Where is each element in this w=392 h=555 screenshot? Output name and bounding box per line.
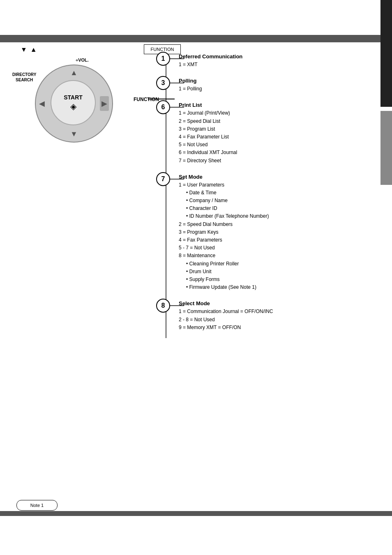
menu-item-6: 6 Print List 1 = Journal (Print/View) 2 …	[156, 102, 374, 164]
menu-sub-7: 1 = User Parameters • Date & Time • Comp…	[179, 181, 374, 292]
menu-title-7: Set Mode	[179, 174, 374, 180]
arrow-symbols: ▼ ▲	[21, 46, 37, 53]
menu-item-1: 1 Deferred Communication 1 = XMT	[156, 53, 374, 69]
nav-circle-container: ▲ ▼ ◀ ▶ START ◈	[35, 64, 117, 147]
menu-num-circle-8: 8	[156, 299, 170, 313]
vol-label: ÷VOL.	[25, 58, 140, 62]
nav-circle-inner: START ◈	[51, 80, 96, 125]
top-bar	[0, 35, 392, 42]
h-line-3	[170, 83, 184, 83]
menu-sub-1: 1 = XMT	[179, 61, 374, 69]
diagram-area: 1 Deferred Communication 1 = XMT 3 Polli…	[156, 53, 374, 341]
menu-sub-6: 1 = Journal (Print/View) 2 = Speed Dial …	[179, 109, 374, 164]
menu-sub-8: 1 = Communication Journal = OFF/ON/INC 2…	[179, 308, 374, 332]
nav-up-arrow[interactable]: ▲	[70, 69, 78, 77]
h-line-1	[170, 58, 184, 59]
menu-title-1: Deferred Communication	[179, 53, 374, 60]
menu-item-8: 8 Select Mode 1 = Communication Journal …	[156, 300, 374, 332]
nav-left-arrow[interactable]: ◀	[39, 99, 45, 108]
device-area: ÷VOL. ▲ ▼ ◀ ▶ START ◈	[12, 58, 140, 147]
down-arrow-symbol: ▼	[21, 46, 27, 53]
function-side-label: FUNCTION	[134, 97, 159, 102]
bottom-note-label: Note 1	[30, 503, 44, 508]
h-line-7	[170, 179, 184, 180]
menu-title-8: Select Mode	[179, 300, 374, 306]
up-arrow-symbol: ▲	[30, 46, 37, 53]
menu-num-circle-3: 3	[156, 76, 170, 90]
menu-item-3: 3 Polling 1 = Polling	[156, 78, 374, 93]
nav-right-arrow[interactable]: ▶	[100, 96, 109, 111]
menu-num-circle-7: 7	[156, 172, 170, 186]
start-label: START	[64, 94, 83, 101]
menu-num-circle-6: 6	[156, 100, 170, 114]
menu-sub-3: 1 = Polling	[179, 85, 374, 93]
right-tab-gray	[380, 111, 392, 185]
function-box-label: FUNCTION	[151, 47, 174, 52]
menu-item-7: 7 Set Mode 1 = User Parameters • Date & …	[156, 174, 374, 292]
dir-search-label: DIRECTORYSEARCH	[12, 72, 36, 83]
h-line-8	[170, 305, 184, 306]
menu-title-3: Polling	[179, 78, 374, 84]
right-tab-black	[380, 0, 392, 107]
bottom-bar	[0, 511, 392, 516]
bottom-note-box: Note 1	[16, 500, 58, 511]
menu-num-circle-1: 1	[156, 52, 170, 66]
nav-down-arrow[interactable]: ▼	[70, 130, 78, 138]
diamond-symbol: ◈	[70, 101, 76, 111]
h-line-6	[170, 107, 184, 108]
menu-title-6: Print List	[179, 102, 374, 108]
